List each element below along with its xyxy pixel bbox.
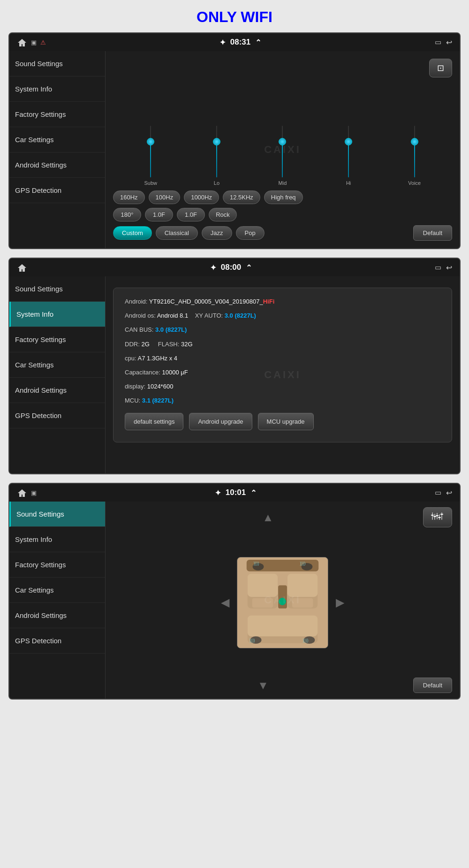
sidebar-item-sound-2[interactable]: Sound Settings: [9, 276, 105, 302]
sidebar-item-car-2[interactable]: Car Settings: [9, 352, 105, 378]
status-bar-left-2: [17, 263, 27, 272]
eq-btn-100hz[interactable]: 100Hz: [149, 190, 181, 204]
screen-icon-3: ▭: [435, 488, 441, 497]
eq-track-lo[interactable]: [216, 126, 217, 177]
svg-rect-4: [441, 512, 442, 520]
default-settings-btn[interactable]: default settings: [125, 413, 183, 430]
home-icon-3[interactable]: [17, 488, 27, 497]
svg-rect-6: [433, 516, 436, 517]
eq-label-voice: Voice: [408, 180, 421, 186]
sound-down-arrow[interactable]: ▼: [257, 679, 269, 692]
sound-left-arrow[interactable]: ◀: [217, 592, 233, 613]
android-upgrade-btn[interactable]: Android upgrade: [189, 413, 252, 430]
eq-btn-phase[interactable]: 180°: [113, 208, 141, 221]
sidebar-label-gps-3: GPS Detection: [15, 637, 61, 645]
screen-icon-1: ▭: [435, 38, 441, 46]
back-icon-1: ↩: [446, 38, 452, 47]
sidebar-label-factory-2: Factory Settings: [15, 335, 66, 343]
mcu-upgrade-btn[interactable]: MCU upgrade: [258, 413, 314, 430]
eq-btn-highfreq[interactable]: High freq: [264, 190, 303, 204]
svg-rect-13: [248, 573, 278, 596]
screen-2-sysinfo: ✦ 08:00 ⌃ ▭ ↩ Sound Settings System Info…: [8, 258, 461, 474]
sidebar-item-sound-1[interactable]: Sound Settings: [9, 51, 105, 76]
sound-right-arrow[interactable]: ▶: [332, 592, 348, 613]
sysinfo-android-row: Android: YT9216C_AHD_00005_V004_20190807…: [125, 297, 440, 306]
eq-track-voice[interactable]: [414, 126, 415, 177]
preset-pop[interactable]: Pop: [236, 226, 265, 240]
eq-btn-160hz[interactable]: 160Hz: [113, 190, 145, 204]
sidebar-item-car-1[interactable]: Car Settings: [9, 127, 105, 152]
eq-track-mid[interactable]: [282, 126, 283, 177]
svg-rect-7: [436, 515, 439, 516]
eq-track-subw[interactable]: [150, 126, 151, 177]
screenshot-icon: ▣: [31, 39, 37, 46]
eq-knob-mid[interactable]: [279, 138, 286, 145]
eq-knob-hi[interactable]: [345, 138, 352, 145]
sound-up-arrow-container: ▲: [113, 511, 423, 524]
status-bar-right-3: ▭ ↩: [435, 488, 452, 497]
eq-btn-rock[interactable]: Rock: [209, 208, 237, 221]
eq-label-lo: Lo: [214, 180, 219, 186]
sidebar-item-sysinfo-3[interactable]: System Info: [9, 527, 105, 552]
sysinfo-buttons: default settings Android upgrade MCU upg…: [125, 413, 440, 430]
sound-default-button[interactable]: Default: [413, 678, 452, 693]
sidebar-label-factory-3: Factory Settings: [15, 561, 66, 569]
sysinfo-cap-label: Capacitance:: [125, 369, 160, 376]
svg-rect-5: [431, 515, 434, 516]
sidebar-item-sound-3[interactable]: Sound Settings: [9, 502, 105, 527]
eq-knob-voice[interactable]: [411, 138, 418, 145]
svg-text:)))): )))): [300, 561, 306, 565]
sidebar-item-gps-3[interactable]: GPS Detection: [9, 628, 105, 654]
sysinfo-xyauto-value: 3.0 (8227L): [225, 312, 256, 319]
sound-eq-icon-button[interactable]: [423, 507, 452, 527]
eq-content: CAIXI ⊡ Subw: [106, 51, 460, 248]
sysinfo-androidos-row: Android os: Android 8.1 XY AUTO: 3.0 (82…: [125, 312, 440, 320]
sidebar-item-sysinfo-2[interactable]: System Info: [9, 302, 105, 327]
eq-bottom-row: Custom Classical Jazz Pop Default: [113, 225, 452, 241]
eq-icon-button[interactable]: ⊡: [429, 59, 452, 77]
preset-custom[interactable]: Custom: [113, 226, 152, 240]
eq-knob-lo[interactable]: [213, 138, 220, 145]
sysinfo-flash-value: 32G: [181, 341, 193, 348]
eq-btn-filter1[interactable]: 1.0F: [145, 208, 173, 221]
time-2: 08:00: [221, 263, 241, 272]
sidebar-item-factory-1[interactable]: Factory Settings: [9, 102, 105, 127]
preset-jazz[interactable]: Jazz: [202, 226, 232, 240]
sound-up-arrow[interactable]: ▲: [263, 511, 274, 524]
sidebar-label-sound-2: Sound Settings: [15, 285, 63, 293]
sidebar-item-factory-3[interactable]: Factory Settings: [9, 552, 105, 578]
sidebar-item-android-2[interactable]: Android Settings: [9, 378, 105, 403]
home-icon-2[interactable]: [17, 263, 27, 272]
eq-track-hi[interactable]: [348, 126, 349, 177]
sidebar-item-sysinfo-1[interactable]: System Info: [9, 76, 105, 102]
status-bar-center-3: ✦ 10:01 ⌃: [215, 488, 257, 497]
preset-classical[interactable]: Classical: [156, 226, 198, 240]
eq-knob-subw[interactable]: [147, 138, 154, 145]
eq-container: ⊡ Subw: [113, 59, 452, 241]
sidebar-label-factory-1: Factory Settings: [15, 110, 66, 118]
sidebar-label-sound-3: Sound Settings: [16, 510, 64, 518]
screen-3-sound: ▣ ✦ 10:01 ⌃ ▭ ↩ Sound Settings System In…: [8, 483, 461, 700]
sidebar-item-car-3[interactable]: Car Settings: [9, 578, 105, 603]
arrow-up-icon-3: ⌃: [250, 488, 257, 497]
eq-slider-mid: Mid: [268, 126, 296, 186]
sidebar-3: Sound Settings System Info Factory Setti…: [9, 502, 106, 699]
sidebar-label-sysinfo-2: System Info: [16, 310, 53, 318]
eq-btn-1000hz[interactable]: 1000Hz: [184, 190, 219, 204]
sidebar-item-factory-2[interactable]: Factory Settings: [9, 327, 105, 352]
home-icon[interactable]: [17, 38, 27, 46]
eq-default-button[interactable]: Default: [413, 225, 452, 241]
svg-text:)))): )))): [303, 638, 309, 643]
sidebar-item-android-3[interactable]: Android Settings: [9, 603, 105, 628]
eq-slider-subw: Subw: [136, 126, 165, 186]
eq-line-subw: [150, 141, 151, 177]
eq-btn-125khz[interactable]: 12.5KHz: [223, 190, 260, 204]
sidebar-item-android-1[interactable]: Android Settings: [9, 152, 105, 178]
eq-btn-filter2[interactable]: 1.0F: [177, 208, 205, 221]
sidebar-item-gps-2[interactable]: GPS Detection: [9, 403, 105, 428]
sysinfo-ddr-row: DDR: 2G FLASH: 32G: [125, 340, 440, 349]
sidebar-label-car-2: Car Settings: [15, 361, 54, 369]
eq-phase-row: 180° 1.0F 1.0F Rock: [113, 208, 452, 221]
sidebar-item-gps-1[interactable]: GPS Detection: [9, 178, 105, 203]
warning-icon: ⚠: [40, 39, 46, 46]
